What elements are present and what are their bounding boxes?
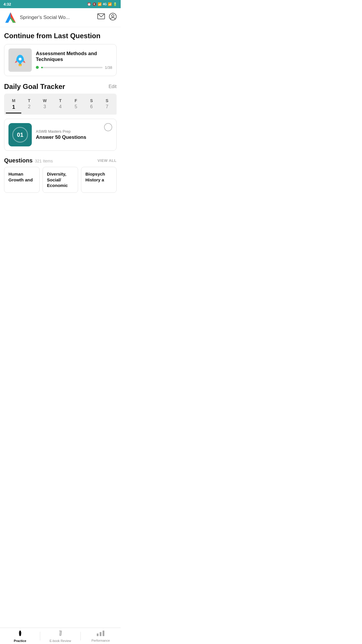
- cal-num-sat: 6: [90, 104, 93, 109]
- edit-button[interactable]: Edit: [108, 84, 117, 89]
- app-header: Springer's Social Wo...: [0, 8, 121, 27]
- message-icon[interactable]: [97, 13, 105, 22]
- progress-row: 1/38: [36, 65, 112, 70]
- cal-num-mon: 1: [12, 104, 15, 110]
- question-card-1[interactable]: Human Growth and: [4, 167, 40, 193]
- app-logo[interactable]: [4, 11, 17, 24]
- status-time: 4:32: [3, 2, 11, 6]
- questions-count: 321 Items: [35, 159, 53, 163]
- cal-label-tue: T: [28, 98, 31, 103]
- cal-label-wed: W: [43, 98, 47, 103]
- cal-num-sun: 7: [106, 104, 108, 109]
- continue-info: Assessment Methods and Techniques 1/38: [36, 51, 112, 70]
- alarm-icon: ⏰: [87, 2, 91, 6]
- profile-icon[interactable]: [109, 13, 117, 22]
- continue-name: Assessment Methods and Techniques: [36, 51, 112, 62]
- cal-day-sat[interactable]: S 6: [84, 97, 99, 113]
- cal-day-thu[interactable]: T 4: [52, 97, 68, 113]
- svg-point-7: [112, 15, 114, 17]
- goal-number: 01: [12, 127, 28, 143]
- cal-label-fri: F: [75, 98, 77, 103]
- goal-card[interactable]: 01 ASWB Masters Prep Answer 50 Questions: [4, 119, 117, 151]
- svg-point-8: [19, 58, 22, 61]
- cal-label-mon: M: [12, 98, 15, 103]
- progress-bar-bg: [41, 67, 103, 68]
- cal-num-fri: 5: [75, 104, 77, 109]
- progress-bar-fill: [41, 67, 43, 68]
- cal-day-wed[interactable]: W 3: [37, 97, 52, 113]
- cal-label-thu: T: [59, 98, 62, 103]
- question-card-title-1: Human Growth and: [8, 172, 33, 182]
- header-icons: [97, 13, 117, 22]
- cal-num-wed: 3: [43, 104, 46, 109]
- wifi-icon: 📶: [98, 2, 102, 6]
- question-card-2[interactable]: Diversity, Social/ Economic: [43, 167, 78, 193]
- mute-icon: 🔇: [92, 2, 96, 6]
- progress-count: 1/38: [105, 65, 112, 70]
- question-card-title-2: Diversity, Social/ Economic: [47, 172, 68, 188]
- calendar-bg: [4, 113, 117, 115]
- cal-num-tue: 2: [28, 104, 31, 109]
- cal-day-mon[interactable]: M 1: [6, 97, 21, 113]
- main-content: Continue from Last Question Assessment M…: [0, 27, 121, 198]
- questions-title-group: Questions 321 Items: [4, 157, 53, 164]
- cal-num-thu: 4: [59, 104, 62, 109]
- goal-check-circle[interactable]: [104, 123, 112, 131]
- daily-goal-header: Daily Goal Tracker Edit: [4, 83, 117, 91]
- network-icon: 4G: [103, 3, 107, 6]
- goal-thumbnail: 01: [8, 123, 32, 146]
- status-bar: 4:32 ⏰ 🔇 📶 4G 📶 🔋: [0, 0, 121, 8]
- svg-point-11: [20, 64, 20, 66]
- calendar-wrapper: M 1 T 2 W 3 T 4 F 5 S 6: [4, 94, 117, 115]
- question-card-title-3: Biopsych History a: [85, 172, 105, 182]
- progress-dot: [36, 66, 39, 69]
- cal-label-sat: S: [90, 98, 93, 103]
- goal-info: ASWB Masters Prep Answer 50 Questions: [36, 129, 112, 140]
- app-title: Springer's Social Wo...: [20, 15, 94, 20]
- daily-goal-title: Daily Goal Tracker: [4, 83, 65, 91]
- cal-day-sun[interactable]: S 7: [99, 97, 115, 113]
- status-icons: ⏰ 🔇 📶 4G 📶 🔋: [87, 2, 117, 6]
- continue-card[interactable]: Assessment Methods and Techniques 1/38: [4, 44, 117, 76]
- cal-day-tue[interactable]: T 2: [21, 97, 37, 113]
- questions-title: Questions: [4, 157, 33, 164]
- continue-thumbnail: [8, 48, 32, 72]
- goal-title: Answer 50 Questions: [36, 134, 112, 140]
- question-cards-row: Human Growth and Diversity, Social/ Econ…: [4, 167, 117, 195]
- goal-subtitle: ASWB Masters Prep: [36, 129, 112, 134]
- cal-label-sun: S: [106, 98, 108, 103]
- calendar-row: M 1 T 2 W 3 T 4 F 5 S 6: [4, 94, 117, 113]
- questions-header: Questions 321 Items VIEW ALL: [4, 157, 117, 164]
- signal-icon: 📶: [108, 2, 112, 6]
- cal-day-fri[interactable]: F 5: [68, 97, 84, 113]
- view-all-button[interactable]: VIEW ALL: [97, 158, 117, 163]
- question-card-3[interactable]: Biopsych History a: [81, 167, 117, 193]
- battery-icon: 🔋: [113, 2, 117, 6]
- continue-title: Continue from Last Question: [4, 32, 117, 40]
